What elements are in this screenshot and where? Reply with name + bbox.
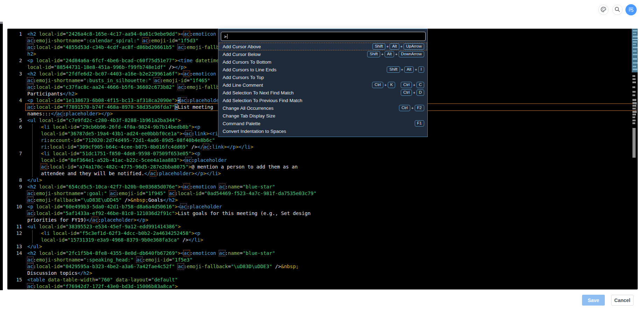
line-number: 8 <box>7 177 22 184</box>
palette-icon <box>600 6 607 14</box>
command-palette-item[interactable]: Add Selection To Next Find MatchCtrl+D <box>219 89 427 96</box>
key-badge: Alt <box>385 51 394 57</box>
minimap-line-mark <box>633 62 638 64</box>
command-label: Change All Occurrences <box>223 106 399 111</box>
cancel-button[interactable]: Cancel <box>611 295 634 306</box>
minimap-line-mark <box>633 41 637 43</box>
line-number: 5 <box>7 117 22 124</box>
minimap-line-mark <box>632 108 636 109</box>
command-palette-input[interactable]: > <box>221 32 426 41</box>
code-row: ac:emoji-shortname=":calendar_spiral:" a… <box>27 37 198 44</box>
code-row: ac:emoji-shortname=":busts_in_silhouette… <box>27 77 210 84</box>
line-number: 1 <box>7 31 22 37</box>
minimap-line-mark <box>633 36 638 37</box>
code-row: <p local-id="60e499b3-5da0-42d1-b758-d8a… <box>27 203 222 210</box>
indent-guide <box>32 237 33 243</box>
line-number: 4 <box>7 97 22 104</box>
minimap-line-mark <box>632 75 635 77</box>
theme-button[interactable] <box>598 5 609 15</box>
left-edge-strip <box>0 22 3 290</box>
minimap-line-mark <box>633 47 638 48</box>
command-label: Add Selection To Next Find Match <box>223 90 401 95</box>
code-row: ac:local-id="0429595a-b323-4be2-a3a6-7a4… <box>27 263 299 270</box>
command-palette-list: Add Cursor AboveShift+Alt+UpArrowAdd Cur… <box>219 43 427 137</box>
command-palette-item[interactable]: Add Selection To Previous Find Match <box>219 96 427 104</box>
minimap-slider[interactable] <box>632 29 638 72</box>
minimap-line-mark <box>632 86 635 88</box>
code-row: <h2 local-id="654cd5c5-10ca-42f7-b20b-0e… <box>27 184 275 190</box>
minimap-line-mark <box>633 66 636 67</box>
minimap-line-mark <box>632 99 636 101</box>
code-row: ac:local-id="f7891570-b74f-468a-8970-58d… <box>27 104 213 110</box>
minimap-line-mark <box>632 111 637 113</box>
command-palette-item[interactable]: Add Cursor AboveShift+Alt+UpArrow <box>219 43 427 50</box>
command-palette-input-value: > <box>224 34 227 39</box>
line-number: 13 <box>7 243 22 250</box>
command-palette-item[interactable]: Add Cursors To Top <box>219 73 427 81</box>
minimap-line-mark <box>633 54 637 55</box>
command-label: Add Cursor Below <box>223 52 367 57</box>
line-number: 6 <box>7 124 22 130</box>
command-palette-item[interactable]: Add Cursor BelowShift+Alt+DownArrow <box>219 50 427 58</box>
minimap-line-mark <box>633 44 636 45</box>
code-row: ac:emoji-fallback="\uD83E\uDD45" />&nbsp… <box>27 197 178 203</box>
save-button[interactable]: Save <box>582 295 605 306</box>
code-row: ri:local-id="309cf905-b64c-4cee-b075-8b0… <box>41 144 253 150</box>
minimap-line-mark <box>632 120 636 121</box>
key-badge: F1 <box>415 120 424 127</box>
key-badge: Ctrl <box>401 82 412 88</box>
code-row: local-id="15731319-e3a9-4968-8379-9b0e36… <box>41 237 203 243</box>
command-label: Add Selection To Previous Find Match <box>223 98 424 103</box>
search-button[interactable] <box>612 5 623 15</box>
key-badge: Shift <box>372 43 385 50</box>
minimap-line-mark <box>632 105 636 107</box>
minimap-line-mark <box>632 81 636 83</box>
code-row: h2> <box>27 51 36 57</box>
code-row: </ul> <box>27 243 42 250</box>
key-badge: D <box>416 90 424 96</box>
indent-guide <box>32 130 33 137</box>
command-palette-item[interactable]: Convert Indentation to Spaces <box>219 127 427 135</box>
command-palette-item[interactable]: Command PaletteF1 <box>219 120 427 127</box>
command-label: Convert Indentation to Spaces <box>223 129 424 134</box>
command-palette-item[interactable]: Change All OccurrencesCtrl+F2 <box>219 104 427 112</box>
minimap-line-mark <box>632 78 636 80</box>
code-row: <li local-id="51dc1751-f850-4de8-9598-07… <box>41 150 200 157</box>
minimap-line-mark <box>632 91 636 93</box>
code-row: ac:emoji-shortname=":speaking_head:" ac:… <box>27 257 192 263</box>
indent-guide <box>32 170 33 177</box>
code-row: Participants</h2> <box>27 91 77 97</box>
code-row: attendee and they will be notified.</ac:… <box>41 170 221 177</box>
key-badge: Ctrl <box>401 90 412 96</box>
minimap-line-mark <box>632 39 638 40</box>
code-row: local-id="36787de5-19a4-43b1-ad24-ee0bbb… <box>41 130 233 137</box>
command-label: Command Palette <box>223 121 415 126</box>
line-number: 14 <box>7 250 22 257</box>
key-badge: K <box>388 82 396 88</box>
minimap-scrollbar[interactable] <box>631 29 638 289</box>
code-row: ri:account-id="712020:2d74d495-72d1-4ad6… <box>41 137 215 144</box>
command-label: Add Cursors To Top <box>223 75 424 80</box>
code-row: <ul local-id="c7e9fd2c-c280-4b3f-8288-1b… <box>27 117 181 124</box>
code-row: local-id="8ef364e1-a52b-41ac-b22c-5cee4a… <box>41 157 227 164</box>
command-palette-item[interactable]: Change Tab Display Size <box>219 112 427 120</box>
line-number: 3 <box>7 71 22 77</box>
shortcut-keys: Shift+Alt+DownArrow <box>367 51 424 57</box>
indent-guide <box>32 144 33 150</box>
code-row: Discussion topics</h2> <box>27 270 92 277</box>
command-palette-item[interactable]: Add Cursors To Bottom <box>219 58 427 66</box>
code-row: local-id="88544731-18e8-451a-996b-f99fb7… <box>27 64 187 71</box>
wrap-text-button[interactable] <box>625 4 637 15</box>
command-palette-item[interactable]: Convert Indentation to Tabs <box>219 135 427 137</box>
minimap-line-mark <box>632 128 636 158</box>
command-palette: > Add Cursor AboveShift+Alt+UpArrowAdd C… <box>218 29 428 137</box>
shortcut-keys: Ctrl+F2 <box>399 105 424 111</box>
command-palette-item[interactable]: Add Cursors to Line EndsShift+Alt+I <box>219 66 427 73</box>
command-palette-item[interactable]: Add Line CommentCtrl+KCtrl+C <box>219 81 427 89</box>
code-row: <li local-id="f5c3ef1d-62f3-4dcc-b0b2-2a… <box>41 230 200 237</box>
minimap-line-mark <box>632 122 635 124</box>
code-row: </ul> <box>27 177 42 184</box>
shortcut-keys: F1 <box>415 120 424 127</box>
indent-guide <box>32 157 33 164</box>
line-number: 11 <box>7 223 22 230</box>
